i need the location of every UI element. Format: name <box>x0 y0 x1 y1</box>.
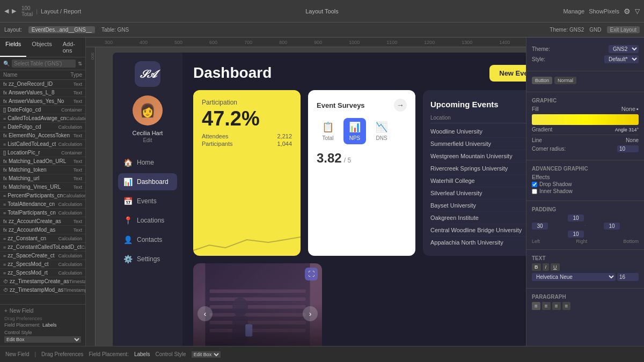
field-list-item[interactable]: = ListCalledToLead_ctCalculation <box>0 140 85 149</box>
feed-prev-button[interactable]: ‹ <box>197 306 213 321</box>
search-input[interactable] <box>12 60 76 68</box>
rp-underline-btn[interactable]: U <box>551 263 560 271</box>
field-list-item[interactable]: = zz_SpecsMod_rtCalculation <box>0 269 85 277</box>
tab-addons[interactable]: Add-ons <box>57 38 85 57</box>
rp-button-btn[interactable]: Button <box>532 77 552 84</box>
field-list-item[interactable]: fx Matching_urlText <box>0 174 85 183</box>
field-list-item[interactable]: fx ElementNo_AccessTokenText <box>0 131 85 140</box>
rp-style-select[interactable]: Default* <box>604 55 639 63</box>
nav-item-home[interactable]: 🏠 Home <box>118 154 177 171</box>
inner-shadow-checkbox[interactable] <box>532 189 537 194</box>
nav-item-settings[interactable]: ⚙️ Settings <box>118 250 177 268</box>
upcoming-event-row[interactable]: Central Woodline Bridge University04/20 <box>430 224 526 237</box>
field-list-item[interactable]: [] DateFolgo_cdContainer <box>0 106 85 114</box>
new-event-button[interactable]: New Event <box>489 65 526 82</box>
new-field-btn[interactable]: + New Field <box>4 308 81 314</box>
rp-padding-right[interactable] <box>604 223 620 230</box>
field-list-item[interactable]: = DateFolgo_cdCalculation <box>0 123 85 131</box>
left-panel-tabs: Fields Objects Add-ons <box>0 38 85 57</box>
upcoming-event-row[interactable]: Silverleaf University03/02 <box>430 187 526 200</box>
rp-italic-btn[interactable]: I <box>543 263 550 271</box>
field-list-item[interactable]: = CalledToLeadAvarge_cnCalculation <box>0 114 85 123</box>
rp-theme-select[interactable]: GNS2 <box>609 45 639 53</box>
toolbar-settings-icon[interactable]: ⚙ <box>624 7 631 16</box>
survey-total-btn[interactable]: 📋 Total <box>317 118 339 144</box>
user-edit-btn[interactable]: Edit <box>143 137 152 143</box>
field-list-item[interactable]: ⏱ zz_TimestampMod_asTimestamp <box>0 286 85 294</box>
rp-fill-none-btn[interactable]: None <box>621 106 635 112</box>
rp-drop-shadow-check[interactable]: Drop Shadow <box>532 181 639 187</box>
rp-inner-shadow-check[interactable]: Inner Shadow <box>532 188 639 194</box>
field-list-item[interactable]: fx Matching_LeadOn_URLText <box>0 157 85 166</box>
edit-box-select[interactable]: Edit Box <box>4 336 81 343</box>
rp-padding-top[interactable] <box>568 215 584 221</box>
layout-name[interactable]: EventDes...and__GNS__ <box>28 26 95 33</box>
nav-item-locations[interactable]: 📍 Locations <box>118 212 177 229</box>
bp-edit-box-select[interactable]: Edit Box <box>192 351 221 358</box>
upcoming-event-row[interactable]: Oakgreen Institute04/03 <box>430 212 526 224</box>
field-list-item[interactable]: fx Matching_Vmes_URLText <box>0 183 85 191</box>
field-list-item[interactable]: = zz_SpecsMod_ctCalculation <box>0 260 85 269</box>
exit-layout-btn[interactable]: Exit Layout <box>607 26 640 33</box>
nav-item-dashboard[interactable]: 📊 Dashboard <box>118 173 177 190</box>
upcoming-event-row[interactable]: Summerfield University01/31 <box>430 138 526 150</box>
toolbar-nav-back[interactable]: ◀ <box>4 8 9 14</box>
rp-normal-btn[interactable]: Normal <box>554 77 576 84</box>
rp-align-center-btn[interactable]: ≡ <box>542 302 551 310</box>
survey-nps-btn[interactable]: 📊 NPS <box>343 118 366 144</box>
drop-shadow-checkbox[interactable] <box>532 182 537 187</box>
field-search[interactable]: 🔍 ⇅ <box>0 57 85 70</box>
feed-next-button[interactable]: › <box>303 306 318 321</box>
tab-objects[interactable]: Objects <box>26 38 57 57</box>
rp-align-justify-btn[interactable]: ≡ <box>562 302 571 310</box>
ruler-horizontal: 300400500600700 800900100011001200 13001… <box>86 38 526 47</box>
field-list-item[interactable]: [] LocationPic_rContainer <box>0 149 85 157</box>
rp-bold-btn[interactable]: B <box>532 263 541 271</box>
field-list-item[interactable]: fx Matching_tokenText <box>0 166 85 174</box>
field-list-item[interactable]: fx AnswerValues_Yes_NoText <box>0 97 85 106</box>
tab-fields[interactable]: Fields <box>0 38 26 57</box>
field-list-item[interactable]: = zz_SpaceCreate_ctCalculation <box>0 252 85 260</box>
nav-item-events[interactable]: 📅 Events <box>118 193 177 210</box>
field-list-item[interactable]: = PercentParticipants_cnCalculation <box>0 191 85 200</box>
field-list-item[interactable]: = TotalParticipants_cnCalculation <box>0 209 85 217</box>
nav-item-contacts[interactable]: 👤 Contacts <box>118 231 177 248</box>
toolbar-manage[interactable]: Manage <box>563 8 584 14</box>
field-list-item[interactable]: fx zz_OneRecord_IDText <box>0 80 85 88</box>
toolbar-nav-forward[interactable]: ▶ <box>12 8 16 14</box>
bp-new-field[interactable]: New Field <box>5 351 29 357</box>
field-list-item[interactable]: fx zz_AccountCreate_asText <box>0 217 85 226</box>
upcoming-event-row[interactable]: Appalachia North University04/10 <box>430 237 526 248</box>
upcoming-event-row[interactable]: Rivercreek Springs University03/01 <box>430 162 526 175</box>
search-icon: 🔍 <box>3 61 10 67</box>
toolbar-breadcrumb: Layout / Report <box>41 8 81 14</box>
rp-corner-input[interactable] <box>617 145 639 152</box>
rp-font-select[interactable]: Helvetica Neue <box>532 273 616 281</box>
field-list-item[interactable]: = TotalAttendance_cnCalculation <box>0 200 85 209</box>
toolbar-showpixels[interactable]: ShowPixels <box>589 8 619 14</box>
rp-gradient-swatch[interactable] <box>532 114 639 125</box>
field-list-item[interactable]: ⏱ zz_TimestampCreate_asTimestamp <box>0 277 85 286</box>
settings-icon: ⚙️ <box>123 255 133 263</box>
rp-padding-bottom[interactable] <box>568 231 584 238</box>
field-list-item[interactable]: fx zz_AccountMod_asText <box>0 226 85 234</box>
upcoming-event-row[interactable]: Bayset University03/04 <box>430 200 526 212</box>
rp-fill-solid-btn[interactable]: ▪ <box>636 106 639 112</box>
rp-divider-3 <box>532 135 639 135</box>
field-list-item[interactable]: = zz_ConstantCalledToLeadD_ctCalculation <box>0 243 85 252</box>
field-list-item[interactable]: = zz_Constant_cnCalculation <box>0 234 85 243</box>
surveys-arrow-btn[interactable]: → <box>394 99 407 112</box>
field-list-item[interactable]: fx AnswerValues_L_8Text <box>0 88 85 97</box>
toolbar-gear-icon[interactable]: ▽ <box>635 8 640 15</box>
upcoming-event-row[interactable]: Woodline University01/25 <box>430 125 526 138</box>
rp-align-left-btn[interactable]: ≡ <box>532 302 540 310</box>
rp-padding-left[interactable] <box>532 223 548 230</box>
survey-dns-btn[interactable]: 📉 DNS <box>370 118 393 144</box>
sort-icon[interactable]: ⇅ <box>78 61 82 67</box>
rp-line-none-btn[interactable]: None <box>626 137 639 143</box>
upcoming-event-row[interactable]: Waterhill College03/21 <box>430 175 526 187</box>
feed-expand-icon[interactable]: ⛶ <box>305 268 318 280</box>
upcoming-event-row[interactable]: Westgreen Mountain University01/24 <box>430 150 526 162</box>
rp-align-right-btn[interactable]: ≡ <box>552 302 561 310</box>
rp-font-size[interactable] <box>617 273 639 281</box>
